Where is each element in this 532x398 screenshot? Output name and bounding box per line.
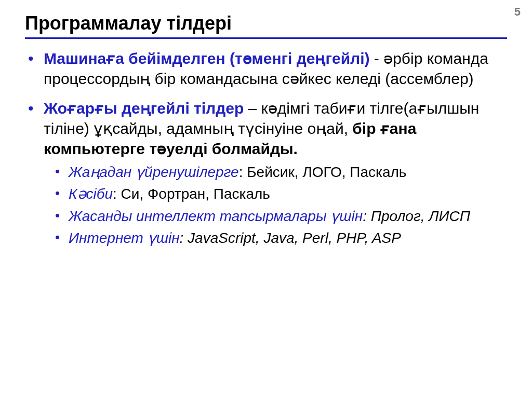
sub-item-3: Жасанды интеллект тапсырмалары үшін: Про… bbox=[69, 207, 507, 226]
bullet-list: Машинаға бейімделген (төменгі деңгейлі) … bbox=[25, 48, 507, 248]
sub-item-1: Жаңадан үйренушілерге: Бейсик, ЛОГО, Пас… bbox=[69, 163, 507, 182]
bullet-item-2: Жоғарғы деңгейлі тілдер – кәдімгі табиғи… bbox=[44, 98, 507, 248]
sub-2-lead: Кәсіби bbox=[69, 186, 113, 202]
sub-3-lead: Жасанды интеллект тапсырмалары үшін bbox=[69, 208, 363, 224]
bullet-1-lead: Машинаға бейімделген (төменгі деңгейлі) bbox=[44, 50, 370, 67]
bullet-2-lead: Жоғарғы деңгейлі тілдер bbox=[44, 100, 244, 117]
bullet-item-1: Машинаға бейімделген (төменгі деңгейлі) … bbox=[44, 48, 507, 89]
divider bbox=[25, 37, 507, 39]
sub-bullet-list: Жаңадан үйренушілерге: Бейсик, ЛОГО, Пас… bbox=[44, 163, 507, 248]
sub-4-lead: Интернет үшін bbox=[69, 230, 180, 246]
slide-title: Программалау тілдері bbox=[25, 12, 507, 34]
sub-2-rest: : Си, Фортран, Паскаль bbox=[113, 186, 270, 202]
slide: 5 Программалау тілдері Машинаға бейімдел… bbox=[0, 0, 532, 398]
sub-1-lead: Жаңадан үйренушілерге bbox=[69, 164, 239, 180]
page-number: 5 bbox=[514, 5, 521, 19]
sub-3-rest: : Пролог, ЛИСП bbox=[363, 208, 470, 224]
sub-item-2: Кәсіби: Си, Фортран, Паскаль bbox=[69, 185, 507, 203]
sub-item-4: Интернет үшін: JavaScript, Java, Perl, P… bbox=[69, 229, 507, 248]
sub-1-rest: : Бейсик, ЛОГО, Паскаль bbox=[239, 164, 407, 180]
sub-4-rest: : JavaScript, Java, Perl, PHP, ASP bbox=[180, 230, 401, 246]
